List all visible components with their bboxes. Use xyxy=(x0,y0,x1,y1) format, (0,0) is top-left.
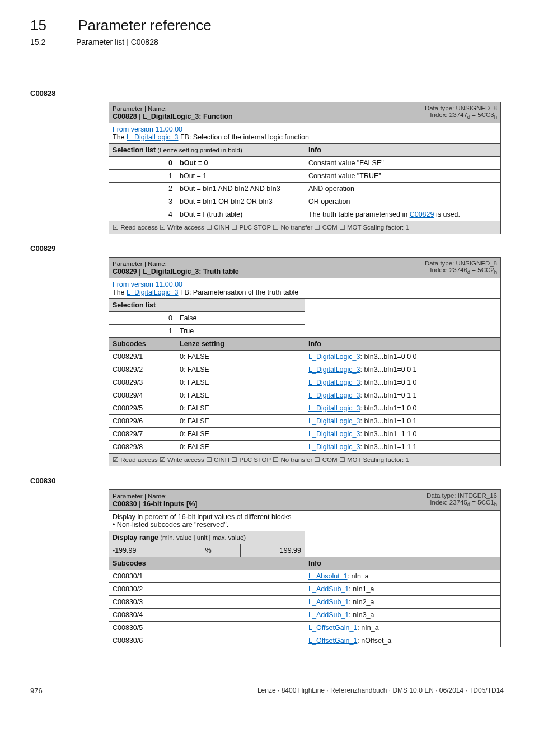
fb-link[interactable]: L_DigitalLogic_3 xyxy=(308,379,360,386)
fb-link[interactable]: L_DigitalLogic_3 xyxy=(308,417,360,425)
info-cell: L_DigitalLogic_3: bIn3...bIn1=0 1 1 xyxy=(305,389,501,402)
lenze-value: 0: FALSE xyxy=(176,415,305,428)
sel-num: 2 xyxy=(109,183,176,195)
param-code-c00829: C00829 xyxy=(30,244,504,253)
range-unit: % xyxy=(176,544,241,557)
sel-num: 0 xyxy=(109,157,176,170)
info-header: Info xyxy=(305,557,501,570)
fb-link[interactable]: L_OffsetGain_1 xyxy=(308,624,357,632)
sel-label: True xyxy=(176,325,305,338)
fb-link[interactable]: L_DigitalLogic_3 xyxy=(308,404,360,412)
lenze-value: 0: FALSE xyxy=(176,389,305,402)
chapter-number: 15 xyxy=(30,17,74,34)
version-text: From version 11.00.00 xyxy=(113,281,182,288)
fb-link[interactable]: L_AddSub_1 xyxy=(308,585,349,593)
sel-label: False xyxy=(176,312,305,325)
info-cell: L_OffsetGain_1: nOffset_a xyxy=(305,634,501,647)
subcode: C00829/1 xyxy=(109,351,176,363)
range-min: -199.99 xyxy=(109,544,176,557)
param-name-label: Parameter | Name: xyxy=(113,260,167,267)
sel-expr: bOut = 1 xyxy=(176,170,305,183)
fb-link[interactable]: L_DigitalLogic_3 xyxy=(308,443,360,451)
fb-link[interactable]: L_DigitalLogic_3 xyxy=(127,133,178,141)
lenze-value: 0: FALSE xyxy=(176,402,305,415)
info-header: Info xyxy=(305,338,501,351)
sel-num: 3 xyxy=(109,195,176,208)
subcode: C00830/3 xyxy=(109,596,305,609)
info-cell: L_DigitalLogic_3: bIn3...bIn1=1 1 1 xyxy=(305,441,501,454)
param-name-cell: Parameter | Name: C00828 | L_DigitalLogi… xyxy=(109,102,305,123)
param-description: From version 11.00.00 The L_DigitalLogic… xyxy=(109,278,501,299)
info-cell: L_AddSub_1: nIn1_a xyxy=(305,583,501,596)
data-type-line1: Data type: UNSIGNED_8 xyxy=(425,260,497,267)
table-c00829: Parameter | Name: C00829 | L_DigitalLogi… xyxy=(109,257,501,466)
chapter-heading: 15 Parameter reference xyxy=(30,17,504,34)
sel-expr: bOut = bIn1 OR bIn2 OR bIn3 xyxy=(176,195,305,208)
sel-num: 1 xyxy=(109,170,176,183)
lenze-value: 0: FALSE xyxy=(176,363,305,376)
sel-info: Constant value "FALSE" xyxy=(305,157,501,170)
footer-text: Lenze · 8400 HighLine · Referenzhandbuch… xyxy=(257,687,504,695)
info-cell: L_Absolut_1: nIn_a xyxy=(305,570,501,583)
section-title: Parameter list | C00828 xyxy=(76,38,158,46)
subcode: C00829/6 xyxy=(109,415,176,428)
info-cell: L_AddSub_1: nIn3_a xyxy=(305,609,501,622)
data-type-line2: Index: 23745d = 5CC1h xyxy=(430,499,497,506)
lenze-value: 0: FALSE xyxy=(176,376,305,389)
data-type-line2: Index: 23747d = 5CC3h xyxy=(430,111,497,118)
param-code-c00830: C00830 xyxy=(30,477,504,485)
data-type-cell: Data type: INTEGER_16 Index: 23745d = 5C… xyxy=(305,490,501,511)
info-cell: L_OffsetGain_1: nIn_a xyxy=(305,622,501,634)
fb-link[interactable]: L_DigitalLogic_3 xyxy=(308,391,360,399)
sel-expr: bOut = 0 xyxy=(176,157,305,170)
subcode: C00830/1 xyxy=(109,570,305,583)
data-type-line2: Index: 23746d = 5CC2h xyxy=(430,267,497,273)
subcode: C00829/7 xyxy=(109,428,176,441)
data-type-cell: Data type: UNSIGNED_8 Index: 23746d = 5C… xyxy=(305,258,501,278)
info-cell: L_DigitalLogic_3: bIn3...bIn1=1 1 0 xyxy=(305,428,501,441)
chapter-title: Parameter reference xyxy=(78,17,211,34)
fb-link[interactable]: L_DigitalLogic_3 xyxy=(308,353,360,361)
fb-link[interactable]: L_AddSub_1 xyxy=(308,598,349,606)
fb-link[interactable]: L_OffsetGain_1 xyxy=(308,637,357,645)
section-number: 15.2 xyxy=(30,38,74,46)
lenze-setting-header: Lenze setting xyxy=(176,338,305,351)
lenze-value: 0: FALSE xyxy=(176,351,305,363)
subcode: C00829/4 xyxy=(109,389,176,402)
sel-expr: bOut = bIn1 AND bIn2 AND bIn3 xyxy=(176,183,305,195)
param-description: From version 11.00.00 The L_DigitalLogic… xyxy=(109,123,501,144)
subcode: C00830/6 xyxy=(109,634,305,647)
subcodes-header: Subcodes xyxy=(109,557,305,570)
param-name-cell: Parameter | Name: C00829 | L_DigitalLogi… xyxy=(109,258,305,278)
fb-link[interactable]: L_DigitalLogic_3 xyxy=(308,366,360,374)
sel-expr: bOut = f (truth table) xyxy=(176,208,305,221)
subcodes-header: Subcodes xyxy=(109,338,176,351)
sel-info: OR operation xyxy=(305,195,501,208)
access-footer: ☑ Read access ☑ Write access ☐ CINH ☐ PL… xyxy=(109,221,501,234)
info-cell: L_DigitalLogic_3: bIn3...bIn1=1 0 1 xyxy=(305,415,501,428)
sel-num: 4 xyxy=(109,208,176,221)
data-type-cell: Data type: UNSIGNED_8 Index: 23747d = 5C… xyxy=(305,102,501,123)
lenze-value: 0: FALSE xyxy=(176,428,305,441)
subcode: C00830/5 xyxy=(109,622,305,634)
sel-num: 0 xyxy=(109,312,176,325)
fb-link[interactable]: L_DigitalLogic_3 xyxy=(127,288,178,296)
fb-link[interactable]: L_DigitalLogic_3 xyxy=(308,430,360,438)
param-description: Display in percent of 16-bit input value… xyxy=(109,511,501,531)
fb-link[interactable]: L_AddSub_1 xyxy=(308,611,349,619)
selection-list-header: Selection list (Lenze setting printed in… xyxy=(109,144,305,157)
fb-link[interactable]: L_Absolut_1 xyxy=(308,572,348,580)
sel-info: AND operation xyxy=(305,183,501,195)
range-max: 199.99 xyxy=(241,544,305,557)
info-cell: L_AddSub_1: nIn2_a xyxy=(305,596,501,609)
version-text: From version 11.00.00 xyxy=(113,125,182,133)
page-number: 976 xyxy=(30,687,43,695)
table-c00828: Parameter | Name: C00828 | L_DigitalLogi… xyxy=(109,102,501,234)
subcode: C00829/2 xyxy=(109,363,176,376)
data-type-line1: Data type: UNSIGNED_8 xyxy=(425,105,497,111)
info-cell: L_DigitalLogic_3: bIn3...bIn1=0 0 0 xyxy=(305,351,501,363)
subcode: C00830/2 xyxy=(109,583,305,596)
data-type-line1: Data type: INTEGER_16 xyxy=(427,492,497,499)
cross-ref-link[interactable]: C00829 xyxy=(410,211,434,218)
info-header: Info xyxy=(305,144,501,157)
